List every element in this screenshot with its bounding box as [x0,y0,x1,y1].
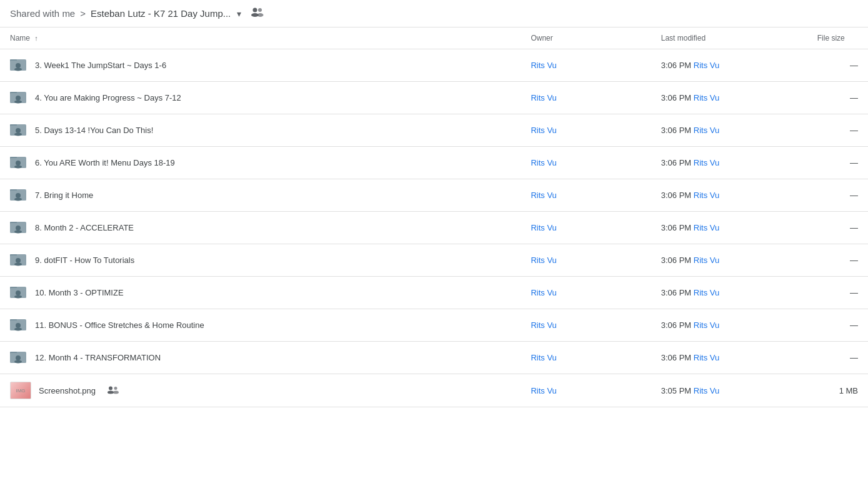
modified-by-link[interactable]: Rits Vu [694,93,719,102]
owner-link[interactable]: Rits Vu [531,61,556,70]
file-size: — [807,212,868,244]
svg-point-48 [14,328,22,331]
chevron-down-icon[interactable]: ▾ [237,9,241,19]
svg-point-18 [14,133,22,136]
modified-by-link[interactable]: Rits Vu [694,61,719,70]
owner-link[interactable]: Rits Vu [531,386,556,395]
svg-point-32 [16,226,21,231]
file-name: 5. Days 13-14 !You Can Do This! [35,126,153,135]
table-row[interactable]: 6. You ARE Worth it! Menu Days 18-19Rits… [0,147,868,179]
owner-link[interactable]: Rits Vu [531,158,556,167]
people-icon[interactable] [250,7,264,20]
shared-folder-icon [10,122,27,139]
file-size: — [807,309,868,342]
file-name: 3. Week1 The JumpStart ~ Days 1-6 [35,61,166,70]
svg-point-0 [253,8,257,12]
file-name: Screenshot.png [39,386,96,395]
modified-by-link[interactable]: Rits Vu [694,126,719,135]
owner-link[interactable]: Rits Vu [531,126,556,135]
table-row[interactable]: 8. Month 2 - ACCELERATERits Vu3:06 PM Ri… [0,212,868,244]
modified-time: 3:06 PM [661,223,691,232]
file-size: — [807,82,868,114]
svg-point-7 [16,63,21,68]
svg-point-56 [114,387,117,390]
modified-time: 3:06 PM [661,126,691,135]
svg-point-37 [16,258,21,263]
modified-cell: 3:06 PM Rits Vu [651,114,807,147]
owner-link[interactable]: Rits Vu [531,288,556,297]
svg-point-23 [14,166,22,169]
modified-by-link[interactable]: Rits Vu [694,223,719,232]
modified-cell: 3:06 PM Rits Vu [651,342,807,374]
breadcrumb-separator: > [80,8,86,19]
owner-link[interactable]: Rits Vu [531,191,556,200]
shared-folder-icon [10,284,27,301]
svg-point-33 [14,231,22,234]
column-last-modified: Last modified [651,27,807,49]
modified-cell: 3:06 PM Rits Vu [651,49,807,82]
column-file-size: File size [807,27,868,49]
table-row[interactable]: 11. BONUS - Office Stretches & Home Rout… [0,309,868,342]
file-size: — [807,114,868,147]
shared-folder-icon [10,57,27,74]
svg-point-55 [107,390,114,394]
modified-time: 3:06 PM [661,353,691,362]
svg-point-17 [16,128,21,133]
table-row[interactable]: 12. Month 4 - TRANSFORMATIONRits Vu3:06 … [0,342,868,374]
svg-point-3 [257,13,264,17]
svg-point-12 [16,96,21,101]
owner-link[interactable]: Rits Vu [531,320,556,330]
svg-point-53 [14,360,22,364]
shared-folder-icon [10,89,27,106]
svg-point-52 [16,355,21,360]
file-name: 10. Month 3 - OPTIMIZE [35,288,124,297]
svg-point-54 [109,386,112,390]
shared-folder-icon [10,187,27,204]
modified-time: 3:06 PM [661,191,691,200]
owner-link[interactable]: Rits Vu [531,223,556,232]
people-badge-icon [107,385,119,396]
modified-by-link[interactable]: Rits Vu [694,353,719,362]
modified-cell: 3:06 PM Rits Vu [651,82,807,114]
svg-point-57 [113,390,119,394]
modified-by-link[interactable]: Rits Vu [694,255,719,265]
file-name: 7. Bring it Home [35,191,93,200]
owner-link[interactable]: Rits Vu [531,93,556,102]
modified-by-link[interactable]: Rits Vu [694,288,719,297]
file-size: 1 MB [807,374,868,407]
column-owner: Owner [521,27,651,49]
table-row[interactable]: 7. Bring it HomeRits Vu3:06 PM Rits Vu— [0,179,868,212]
modified-cell: 3:06 PM Rits Vu [651,212,807,244]
shared-folder-icon [10,252,27,269]
modified-time: 3:06 PM [661,255,691,265]
modified-cell: 3:06 PM Rits Vu [651,309,807,342]
modified-by-link[interactable]: Rits Vu [694,191,719,200]
file-size: — [807,342,868,374]
file-table: Name ↑ Owner Last modified File size 3. … [0,27,868,407]
sort-arrow-icon: ↑ [34,34,38,42]
file-name: 11. BONUS - Office Stretches & Home Rout… [35,320,204,330]
owner-link[interactable]: Rits Vu [531,255,556,265]
file-size: — [807,277,868,309]
owner-link[interactable]: Rits Vu [531,353,556,362]
modified-cell: 3:06 PM Rits Vu [651,277,807,309]
breadcrumb-shared-link[interactable]: Shared with me [10,8,75,19]
table-row[interactable]: IMGScreenshot.png Rits Vu3:05 PM Rits Vu… [0,374,868,407]
modified-by-link[interactable]: Rits Vu [694,320,719,330]
modified-by-link[interactable]: Rits Vu [694,386,719,395]
svg-point-8 [14,68,22,71]
modified-by-link[interactable]: Rits Vu [694,158,719,167]
file-name: 9. dotFIT - How To Tutorials [35,255,134,265]
table-row[interactable]: 5. Days 13-14 !You Can Do This!Rits Vu3:… [0,114,868,147]
shared-folder-icon [10,349,27,366]
table-row[interactable]: 10. Month 3 - OPTIMIZERits Vu3:06 PM Rit… [0,277,868,309]
svg-point-27 [16,193,21,198]
svg-point-2 [258,8,262,12]
modified-cell: 3:06 PM Rits Vu [651,244,807,277]
modified-time: 3:06 PM [661,61,691,70]
table-row[interactable]: 3. Week1 The JumpStart ~ Days 1-6Rits Vu… [0,49,868,82]
column-name[interactable]: Name ↑ [0,27,521,49]
svg-point-47 [16,323,21,328]
table-row[interactable]: 4. You are Making Progress ~ Days 7-12Ri… [0,82,868,114]
table-row[interactable]: 9. dotFIT - How To TutorialsRits Vu3:06 … [0,244,868,277]
